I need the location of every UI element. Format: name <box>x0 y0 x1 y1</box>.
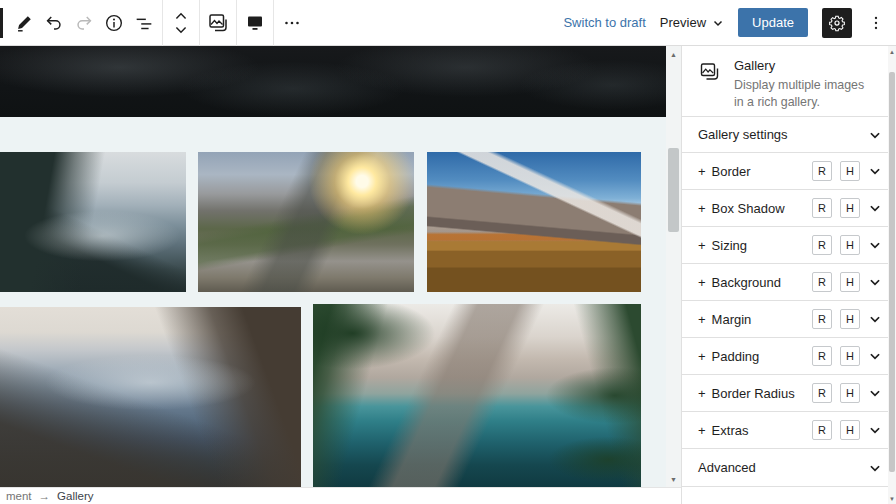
chevron-down-icon[interactable] <box>868 275 882 289</box>
responsive-button[interactable]: R <box>812 272 832 292</box>
list-view-icon <box>133 12 155 34</box>
display-view-button[interactable] <box>240 0 270 46</box>
hover-button[interactable]: H <box>840 383 860 403</box>
gallery-image-autumn-range[interactable] <box>427 152 641 292</box>
move-up-down-icon <box>170 10 192 36</box>
responsive-button[interactable]: R <box>812 346 832 366</box>
switch-to-draft-button[interactable]: Switch to draft <box>563 15 645 30</box>
gallery-image-hazy-ridges[interactable] <box>0 307 301 487</box>
kebab-icon <box>866 13 886 33</box>
undo-icon <box>43 12 65 34</box>
hover-button[interactable]: H <box>840 272 860 292</box>
responsive-button[interactable]: R <box>812 235 832 255</box>
plus-icon: + <box>698 386 706 401</box>
block-card-text: Gallery Display multiple images in a ric… <box>734 58 872 116</box>
tool-label: Border <box>712 164 751 179</box>
canvas-scrollbar[interactable]: ▲ ▼ <box>666 46 681 487</box>
tool-row-border-radius: + Border Radius R H <box>682 375 896 412</box>
tool-row-background: + Background R H <box>682 264 896 301</box>
panel-label: Advanced <box>698 460 756 475</box>
responsive-button[interactable]: R <box>812 198 832 218</box>
scroll-up-arrow-icon[interactable]: ▲ <box>888 47 896 56</box>
panel-advanced[interactable]: Advanced <box>682 449 896 487</box>
tool-row-box-shadow: + Box Shadow R H <box>682 190 896 227</box>
chevron-down-icon[interactable] <box>868 386 882 400</box>
breadcrumb-current-block[interactable]: Gallery <box>57 490 93 502</box>
chevron-down-icon <box>868 128 882 142</box>
chevron-down-icon[interactable] <box>868 238 882 252</box>
plus-icon: + <box>698 164 706 179</box>
undo-button[interactable] <box>39 0 69 46</box>
monitor-icon <box>243 11 267 35</box>
gallery-image-foggy-pines[interactable] <box>0 152 186 292</box>
breadcrumb-document[interactable]: ment <box>6 490 32 502</box>
gallery-block-button[interactable] <box>203 0 233 46</box>
more-options-button[interactable] <box>277 0 307 46</box>
gallery-image-sunburst-mountain[interactable] <box>198 152 414 292</box>
update-button[interactable]: Update <box>738 8 808 37</box>
tool-label: Box Shadow <box>712 201 785 216</box>
toolbar-left-group <box>0 0 307 45</box>
sidebar-scrollbar[interactable]: ▲ ▼ <box>888 46 896 504</box>
gear-icon <box>828 14 846 32</box>
responsive-button[interactable]: R <box>812 161 832 181</box>
editor-options-button[interactable] <box>866 8 886 38</box>
plus-icon: + <box>698 238 706 253</box>
plus-icon: + <box>698 275 706 290</box>
hover-button[interactable]: H <box>840 198 860 218</box>
canvas-scrollbar-thumb[interactable] <box>668 148 679 232</box>
tool-label: Margin <box>712 312 752 327</box>
chevron-down-icon[interactable] <box>868 201 882 215</box>
responsive-button[interactable]: R <box>812 383 832 403</box>
redo-button[interactable] <box>69 0 99 46</box>
plus-icon: + <box>698 312 706 327</box>
redo-icon <box>73 12 95 34</box>
tool-row-padding: + Padding R H <box>682 338 896 375</box>
chevron-down-icon[interactable] <box>868 349 882 363</box>
scroll-down-arrow-icon[interactable]: ▼ <box>888 494 896 503</box>
gallery-icon <box>698 60 722 116</box>
tool-label: Background <box>712 275 781 290</box>
toolbar-right-group: Switch to draft Preview Update <box>563 8 896 38</box>
info-icon <box>103 12 125 34</box>
hover-button[interactable]: H <box>840 161 860 181</box>
hover-button[interactable]: H <box>840 235 860 255</box>
block-mover-button[interactable] <box>166 0 196 46</box>
chevron-down-icon <box>712 17 724 29</box>
responsive-button[interactable]: R <box>812 420 832 440</box>
editor-toolbar: Switch to draft Preview Update <box>0 0 896 46</box>
gallery-image-alpine-lake[interactable] <box>313 304 641 487</box>
tool-label: Extras <box>712 423 749 438</box>
pencil-icon <box>13 12 35 34</box>
settings-toggle-button[interactable] <box>822 8 852 38</box>
list-view-button[interactable] <box>129 0 159 46</box>
panel-gallery-settings[interactable]: Gallery settings <box>682 117 896 153</box>
preview-label: Preview <box>660 15 706 30</box>
tool-row-sizing: + Sizing R H <box>682 227 896 264</box>
hover-button[interactable]: H <box>840 420 860 440</box>
chevron-down-icon[interactable] <box>868 423 882 437</box>
tool-row-extras: + Extras R H <box>682 412 896 449</box>
gallery-image-dark-banner[interactable] <box>0 46 666 117</box>
toolbar-separator <box>199 0 200 46</box>
edit-tool-button[interactable] <box>9 0 39 46</box>
details-button[interactable] <box>99 0 129 46</box>
block-description: Display multiple images in a rich galler… <box>734 77 872 111</box>
scroll-down-arrow-icon[interactable]: ▼ <box>666 473 681 485</box>
sidebar-scrollbar-thumb[interactable] <box>889 72 895 472</box>
chevron-down-icon[interactable] <box>868 312 882 326</box>
hover-button[interactable]: H <box>840 346 860 366</box>
tool-row-border: + Border R H <box>682 153 896 190</box>
editor-canvas <box>0 46 666 487</box>
breadcrumb-arrow-icon: → <box>39 490 51 502</box>
hover-button[interactable]: H <box>840 309 860 329</box>
chevron-down-icon[interactable] <box>868 164 882 178</box>
responsive-button[interactable]: R <box>812 309 832 329</box>
toolbar-separator <box>236 0 237 46</box>
chevron-down-icon <box>868 461 882 475</box>
toolbar-separator <box>162 0 163 46</box>
scroll-up-arrow-icon[interactable]: ▲ <box>666 48 681 60</box>
plus-icon: + <box>698 349 706 364</box>
preview-button[interactable]: Preview <box>660 15 724 30</box>
settings-sidebar: Gallery Display multiple images in a ric… <box>681 46 896 504</box>
